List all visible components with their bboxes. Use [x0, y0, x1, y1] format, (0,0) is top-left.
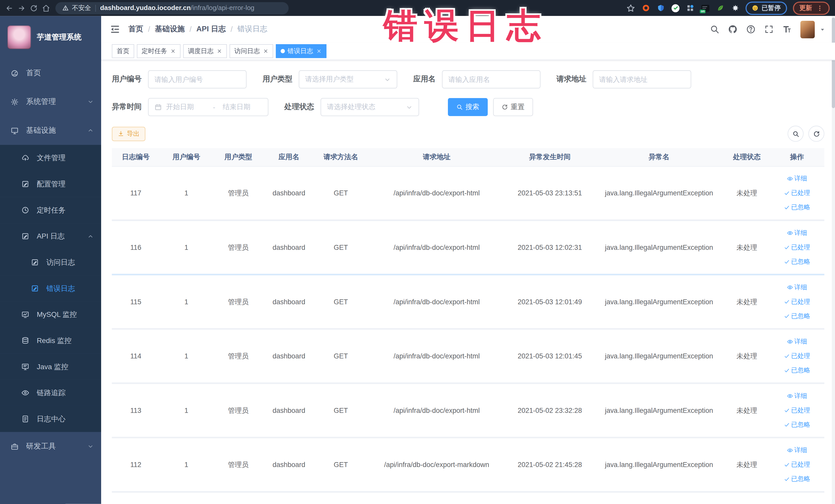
- sidebar-item-13[interactable]: 日志中心: [0, 406, 101, 432]
- close-icon[interactable]: [263, 48, 268, 54]
- process-status-select[interactable]: 请选择处理状态: [321, 98, 419, 116]
- sidebar-item-label: API 日志: [37, 231, 65, 241]
- search-icon[interactable]: [710, 24, 719, 34]
- table-row[interactable]: 1131管理员dashboardGET/api/infra/db-doc/exp…: [112, 384, 824, 439]
- tab-首页[interactable]: 首页: [112, 44, 134, 58]
- table-row[interactable]: 1121管理员dashboardGET/api/infra/db-doc/exp…: [112, 438, 824, 493]
- action-详细[interactable]: 详细: [787, 283, 807, 292]
- reset-button[interactable]: 重置: [493, 98, 533, 116]
- sidebar-item-12[interactable]: 链路追踪: [0, 380, 101, 406]
- action-已处理[interactable]: 已处理: [784, 297, 810, 306]
- action-详细[interactable]: 详细: [787, 174, 807, 183]
- close-icon[interactable]: [316, 48, 322, 54]
- breadcrumb-item[interactable]: 基础设施: [155, 24, 185, 34]
- cell-user_type: 管理员: [213, 438, 264, 491]
- action-已忽略[interactable]: 已忽略: [784, 257, 810, 266]
- action-详细[interactable]: 详细: [787, 228, 807, 238]
- app-name-input[interactable]: [442, 70, 541, 88]
- white-flower-extension-icon[interactable]: [731, 3, 739, 12]
- action-已处理[interactable]: 已处理: [784, 243, 810, 252]
- breadcrumb-item[interactable]: 首页: [128, 24, 143, 34]
- sidebar-item-7[interactable]: 访问日志: [0, 249, 101, 276]
- sidebar-item-5[interactable]: 定时任务: [0, 197, 101, 223]
- sidebar-item-9[interactable]: MySQL 监控: [0, 301, 101, 328]
- export-button[interactable]: 导出: [112, 126, 145, 141]
- browser-home-icon[interactable]: [42, 4, 50, 12]
- tab-定时任务[interactable]: 定时任务: [137, 44, 180, 58]
- action-已处理[interactable]: 已处理: [784, 406, 810, 415]
- action-已忽略[interactable]: 已忽略: [784, 475, 810, 483]
- action-已忽略[interactable]: 已忽略: [784, 312, 810, 321]
- orange-ring-extension-icon[interactable]: [641, 3, 650, 12]
- request-url-input[interactable]: [593, 70, 691, 88]
- close-icon[interactable]: [217, 48, 222, 54]
- browser-update-button[interactable]: 更新: [793, 1, 830, 15]
- sidebar-item-8[interactable]: 错误日志: [0, 276, 101, 302]
- table-row[interactable]: 1141管理员dashboardGET/api/infra/db-doc/exp…: [112, 330, 824, 384]
- sidebar-item-10[interactable]: Redis 监控: [0, 328, 101, 354]
- table-row[interactable]: 1161管理员dashboardGET/api/infra/db-doc/exp…: [112, 221, 824, 276]
- user-menu[interactable]: [800, 21, 826, 38]
- action-详细[interactable]: 详细: [787, 337, 807, 346]
- sidebar-item-14[interactable]: 研发工具: [0, 432, 101, 461]
- question-icon[interactable]: [746, 24, 756, 34]
- tab-错误日志[interactable]: 错误日志: [276, 44, 326, 58]
- sidebar-item-4[interactable]: 配置管理: [0, 171, 101, 197]
- close-icon[interactable]: [170, 48, 176, 54]
- blue-shield-extension-icon[interactable]: [656, 3, 665, 12]
- action-已忽略[interactable]: 已忽略: [784, 420, 810, 429]
- refresh-table-button[interactable]: [808, 126, 824, 142]
- log-center-icon: [21, 415, 29, 423]
- action-已忽略[interactable]: 已忽略: [784, 366, 810, 375]
- sidebar-item-0[interactable]: 首页: [0, 59, 101, 87]
- bookmark-star-icon[interactable]: [626, 3, 635, 12]
- browser-forward-icon[interactable]: [18, 4, 25, 12]
- action-详细[interactable]: 详细: [787, 391, 807, 401]
- site-security[interactable]: 不安全: [62, 3, 91, 12]
- search-button[interactable]: 搜索: [448, 98, 488, 116]
- action-已忽略[interactable]: 已忽略: [784, 203, 810, 212]
- date-range-picker[interactable]: 开始日期 - 结束日期: [148, 98, 268, 116]
- breadcrumb-item[interactable]: API 日志: [196, 24, 226, 34]
- active-tab-dot: [281, 49, 285, 54]
- address-bar[interactable]: 不安全 dashboard.yudao.iocoder.cn/infra/log…: [56, 2, 289, 14]
- github-icon[interactable]: [728, 24, 737, 34]
- kebab-menu-icon[interactable]: [816, 5, 823, 12]
- filter-row-1: 用户编号 用户类型 请选择用户类型 应用名: [112, 70, 824, 88]
- tab-调度日志[interactable]: 调度日志: [183, 44, 227, 58]
- sidebar-item-2[interactable]: 基础设施: [0, 116, 101, 145]
- user-id-field[interactable]: [155, 76, 240, 83]
- font-size-icon[interactable]: [782, 24, 792, 34]
- app-name-field[interactable]: [448, 76, 534, 83]
- scrollbar-thumb[interactable]: [832, 18, 835, 108]
- action-已处理[interactable]: 已处理: [784, 460, 810, 469]
- table-row[interactable]: 1171管理员dashboardGET/api/infra/db-doc/exp…: [112, 167, 824, 221]
- green-check-extension-icon[interactable]: [671, 3, 680, 12]
- warning-triangle-icon: [62, 5, 69, 11]
- action-已处理[interactable]: 已处理: [784, 351, 810, 361]
- app-logo[interactable]: 芋道管理系统: [0, 16, 101, 59]
- sidebar-item-6[interactable]: API 日志: [0, 223, 101, 249]
- user-id-input[interactable]: [148, 70, 247, 88]
- action-详细[interactable]: 详细: [787, 446, 807, 455]
- browser-toolbar: on 已暂停 更新: [626, 1, 830, 15]
- user-type-select[interactable]: 请选择用户类型: [299, 70, 398, 88]
- request-url-field[interactable]: [599, 76, 685, 83]
- sidebar-item-3[interactable]: 文件管理: [0, 145, 101, 171]
- page-scrollbar[interactable]: [832, 16, 835, 504]
- sidebar-item-11[interactable]: Java 监控: [0, 354, 101, 380]
- apps-grid-extension-icon[interactable]: [686, 3, 695, 12]
- extension-paused-badge[interactable]: 已暂停: [746, 1, 787, 15]
- toggle-search-button[interactable]: [788, 126, 803, 142]
- action-已处理[interactable]: 已处理: [784, 188, 810, 198]
- dark-on-extension-icon[interactable]: on: [701, 3, 710, 12]
- cell-method: GET: [314, 330, 367, 382]
- table-row[interactable]: 1151管理员dashboardGET/api/infra/db-doc/exp…: [112, 276, 824, 330]
- fullscreen-icon[interactable]: [764, 24, 774, 34]
- sidebar-item-1[interactable]: 系统管理: [0, 87, 101, 116]
- hamburger-icon[interactable]: [109, 24, 120, 35]
- green-leaf-extension-icon[interactable]: [716, 3, 725, 12]
- browser-reload-icon[interactable]: [30, 4, 38, 12]
- browser-back-icon[interactable]: [5, 4, 13, 12]
- tab-访问日志[interactable]: 访问日志: [229, 44, 273, 58]
